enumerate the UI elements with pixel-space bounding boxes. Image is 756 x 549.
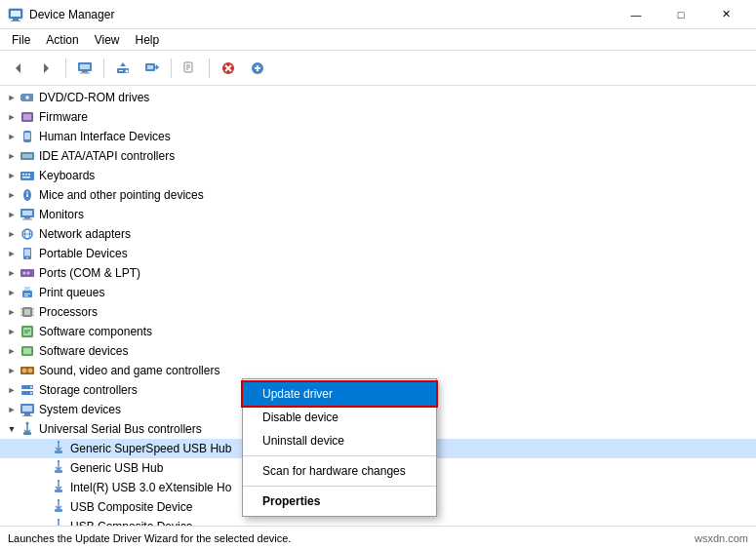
tree-item-mice[interactable]: ►Mice and other pointing devices [0,185,756,205]
tree-item-printqueues[interactable]: ►Print queues [0,283,756,302]
item-label-printqueues: Print queues [39,283,104,302]
tree-item-network[interactable]: ►Network adapters [0,224,756,244]
svg-point-73 [22,369,27,373]
update-driver-toolbar-button[interactable] [109,55,137,82]
item-label-ports: Ports (COM & LPT) [39,263,140,283]
storage-icon [20,382,35,398]
tree-item-dvd[interactable]: ►DVD/CD-ROM drives [0,88,756,107]
item-label-usb-comp2: USB Composite Device [70,517,192,526]
tree-item-keyboards[interactable]: ►Keyboards [0,166,756,185]
svg-point-78 [30,392,32,394]
item-label-processors: Processors [39,302,98,322]
minimize-button[interactable]: — [614,0,658,29]
monitor-icon [20,207,35,222]
svg-rect-3 [11,20,20,21]
item-label-intel-usb: Intel(R) USB 3.0 eXtensible Ho [70,478,231,497]
tree-item-firmware[interactable]: ►Firmware [0,107,756,127]
firmware-icon [20,109,35,125]
tree-item-portable[interactable]: ►Portable Devices [0,244,756,263]
close-button[interactable]: ✕ [703,0,748,29]
menu-help[interactable]: Help [128,31,168,49]
svg-rect-44 [22,219,32,220]
svg-point-83 [26,422,29,425]
svg-rect-56 [24,294,30,294]
expand-arrow-ports[interactable]: ► [4,265,20,281]
item-label-mice: Mice and other pointing devices [39,185,204,205]
forward-button[interactable] [33,55,60,82]
context-menu-item-disable-device[interactable]: Disable device [243,406,436,429]
toolbar-separator-4 [209,59,210,78]
expand-arrow-softdev[interactable]: ► [4,343,20,359]
svg-point-53 [27,272,30,275]
keyboard-icon [20,168,35,183]
help-toolbar-button[interactable] [177,55,204,82]
expand-arrow-system[interactable]: ► [4,402,20,417]
window-title: Device Manager [29,8,614,21]
usb-device-icon [51,480,66,495]
tree-item-ide[interactable]: ►IDE ATA/ATAPI controllers [0,146,756,166]
expand-arrow-keyboards[interactable]: ► [4,168,20,183]
item-label-sound: Sound, video and game controllers [39,361,219,380]
tree-item-processors[interactable]: ►Processors [0,302,756,322]
svg-rect-37 [22,176,30,178]
expand-arrow-intel-usb [35,480,51,495]
toolbar-separator-2 [103,59,104,78]
scan-hardware-toolbar-button[interactable] [139,55,166,82]
expand-arrow-monitors[interactable]: ► [4,207,20,222]
expand-arrow-network[interactable]: ► [4,226,20,242]
expand-arrow-sound[interactable]: ► [4,363,20,378]
item-label-monitors: Monitors [39,205,84,224]
hid-icon [20,129,35,144]
svg-rect-71 [23,348,31,354]
expand-arrow-printqueues[interactable]: ► [4,285,20,300]
svg-rect-36 [28,174,30,176]
back-button[interactable] [4,55,31,82]
properties-button[interactable] [71,55,99,82]
expand-arrow-firmware[interactable]: ► [4,109,20,125]
maximize-button[interactable]: □ [658,0,703,29]
add-legacy-toolbar-button[interactable] [244,55,271,82]
context-menu-item-uninstall-device[interactable]: Uninstall device [243,429,436,452]
svg-rect-9 [119,70,123,71]
expand-arrow-hid[interactable]: ► [4,129,20,144]
context-menu-item-scan-changes[interactable]: Scan for hardware changes [243,459,436,483]
item-label-firmware: Firmware [39,107,88,127]
menu-view[interactable]: View [87,31,128,49]
context-menu-item-update-driver[interactable]: Update driver [243,382,436,406]
dvd-icon [20,90,35,105]
status-right-text: wsxdn.com [695,532,748,544]
processor-icon [20,304,35,320]
svg-rect-27 [23,114,31,120]
svg-rect-12 [147,65,153,69]
tree-item-hid[interactable]: ►Human Interface Devices [0,127,756,146]
usb-device-icon [51,460,66,476]
expand-arrow-processors[interactable]: ► [4,304,20,320]
menu-action[interactable]: Action [38,31,86,49]
status-text: Launches the Update Driver Wizard for th… [8,532,291,544]
tree-item-usb-comp2[interactable]: USB Composite Device [0,517,756,526]
expand-arrow-portable[interactable]: ► [4,246,20,261]
menu-file[interactable]: File [4,31,38,49]
expand-arrow-ide[interactable]: ► [4,148,20,164]
context-menu-item-properties[interactable]: Properties [243,490,436,513]
sound-icon [20,363,35,378]
tree-item-softdev[interactable]: ►Software devices [0,341,756,361]
expand-arrow-usb-comp1 [35,499,51,515]
expand-arrow-mice[interactable]: ► [4,187,20,203]
uninstall-toolbar-button[interactable] [215,55,242,82]
tree-item-monitors[interactable]: ►Monitors [0,205,756,224]
tree-item-sound[interactable]: ►Sound, video and game controllers [0,361,756,380]
tree-item-ports[interactable]: ►Ports (COM & LPT) [0,263,756,283]
expand-arrow-dvd[interactable]: ► [4,90,20,105]
context-menu: Update driverDisable deviceUninstall dev… [242,378,437,517]
svg-point-40 [26,195,28,197]
usb-device-icon [51,441,66,456]
expand-arrow-usb[interactable]: ▼ [4,421,20,437]
ports-icon [20,265,35,281]
tree-item-softcomp[interactable]: ►Software components [0,322,756,341]
toolbar [0,51,756,86]
expand-arrow-storage[interactable]: ► [4,382,20,398]
expand-arrow-softcomp[interactable]: ► [4,324,20,339]
svg-point-85 [58,441,60,443]
svg-point-24 [25,96,29,99]
